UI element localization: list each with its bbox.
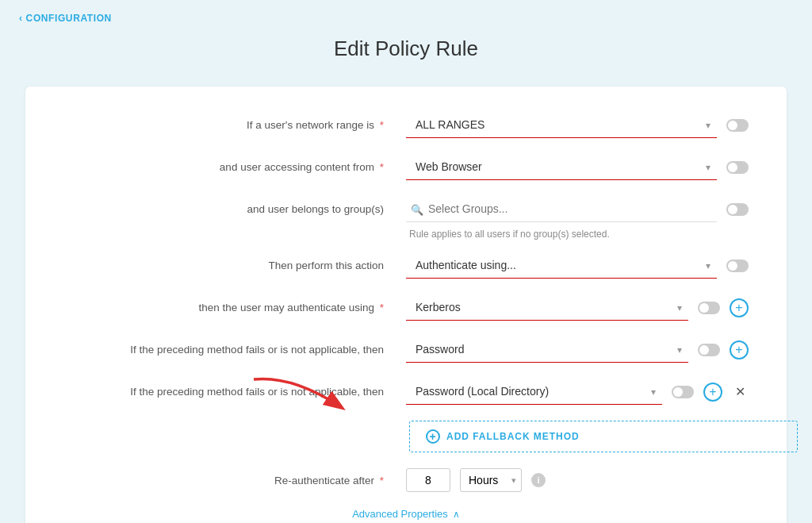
fallback1-add-btn[interactable]: +: [730, 340, 749, 360]
chevron-left-icon: ‹: [19, 13, 23, 24]
auth-method-label: then the user may authenticate using *: [63, 302, 396, 313]
accessing-from-control: Web Browser ▾: [406, 154, 717, 180]
groups-label: and user belongs to group(s): [63, 203, 396, 215]
reauth-value-input[interactable]: [406, 468, 450, 492]
form-container: If a user's network range is * ALL RANGE…: [25, 87, 787, 523]
fallback2-control: Password (Local Directory) ▾: [406, 379, 662, 405]
action-row: Then perform this action Authenticate us…: [63, 252, 749, 279]
network-range-select[interactable]: ALL RANGES: [406, 112, 717, 138]
reauth-row: Re-authenticate after * Hours ▾ i: [63, 468, 749, 492]
action-label: Then perform this action: [63, 260, 396, 271]
page-title: Edit Policy Rule: [19, 37, 793, 61]
groups-hint: Rule applies to all users if no group(s)…: [409, 229, 749, 240]
reauth-unit-wrapper: Hours ▾: [460, 468, 522, 492]
network-range-label: If a user's network range is *: [63, 119, 396, 131]
groups-input[interactable]: [406, 196, 717, 222]
fallback2-select[interactable]: Password (Local Directory): [406, 379, 662, 405]
network-range-row: If a user's network range is * ALL RANGE…: [63, 112, 749, 138]
fallback2-remove-btn[interactable]: ✕: [732, 384, 749, 399]
fallback1-select[interactable]: Password: [406, 336, 688, 363]
action-control: Authenticate using... ▾: [406, 252, 717, 279]
groups-control: 🔍: [406, 196, 717, 222]
add-fallback-row: + ADD FALLBACK METHOD: [409, 421, 749, 452]
action-toggle[interactable]: [726, 260, 749, 272]
advanced-properties-row: Advanced Properties ∧: [63, 508, 749, 520]
add-fallback-label: ADD FALLBACK METHOD: [446, 431, 580, 442]
back-navigation[interactable]: ‹ CONFIGURATION: [19, 13, 793, 24]
network-range-toggle[interactable]: [726, 119, 749, 132]
groups-toggle[interactable]: [726, 203, 749, 216]
required-star-4: *: [380, 475, 384, 486]
accessing-from-label: and user accessing content from *: [63, 161, 396, 173]
advanced-properties-link[interactable]: Advanced Properties: [352, 508, 448, 520]
reauth-unit-select[interactable]: Hours: [460, 468, 522, 492]
fallback2-row: If the preceding method fails or is not …: [63, 379, 749, 405]
auth-method-add-btn[interactable]: +: [730, 298, 749, 317]
auth-method-toggle[interactable]: [698, 302, 720, 314]
fallback2-label: If the preceding method fails or is not …: [63, 386, 396, 398]
reauth-label: Re-authenticate after *: [63, 475, 396, 486]
fallback1-label: If the preceding method fails or is not …: [63, 344, 396, 356]
reauth-info-icon[interactable]: i: [531, 473, 546, 487]
back-label: CONFIGURATION: [26, 13, 112, 24]
required-star: *: [380, 119, 384, 131]
advanced-chevron-up-icon: ∧: [453, 509, 460, 520]
fallback1-control: Password ▾: [406, 336, 688, 363]
required-star-2: *: [380, 161, 384, 173]
groups-row: and user belongs to group(s) 🔍: [63, 196, 749, 222]
fallback2-add-btn[interactable]: +: [703, 383, 722, 402]
auth-method-control: Kerberos ▾: [406, 294, 688, 321]
action-select[interactable]: Authenticate using...: [406, 252, 717, 279]
auth-method-row: then the user may authenticate using * K…: [63, 294, 749, 321]
network-range-control: ALL RANGES ▾: [406, 112, 717, 138]
fallback1-toggle[interactable]: [698, 344, 720, 356]
auth-method-select[interactable]: Kerberos: [406, 294, 688, 321]
add-fallback-button[interactable]: + ADD FALLBACK METHOD: [409, 421, 798, 452]
accessing-from-select[interactable]: Web Browser: [406, 154, 717, 180]
accessing-from-row: and user accessing content from * Web Br…: [63, 154, 749, 180]
fallback2-toggle[interactable]: [672, 386, 694, 398]
required-star-3: *: [380, 302, 384, 313]
fallback1-row: If the preceding method fails or is not …: [63, 336, 749, 363]
accessing-from-toggle[interactable]: [726, 161, 749, 174]
plus-circle-icon: +: [426, 429, 440, 444]
